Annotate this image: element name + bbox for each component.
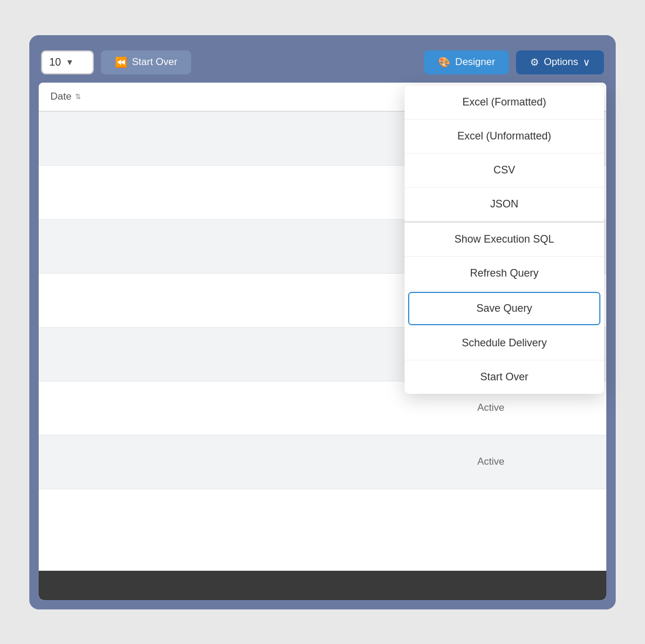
page-size-select[interactable]: 10 ▼ <box>41 50 94 74</box>
designer-label: Designer <box>455 56 495 68</box>
app-container: 10 ▼ ⏪ Start Over 🎨 Designer ⚙ Options ∨… <box>29 35 616 609</box>
row-status-6: Active <box>466 402 595 414</box>
options-dropdown: Excel (Formatted) Excel (Unformatted) CS… <box>405 86 604 394</box>
designer-button[interactable]: 🎨 Designer <box>424 50 509 74</box>
dropdown-item-excel-formatted[interactable]: Excel (Formatted) <box>405 86 604 120</box>
start-over-label: Start Over <box>132 56 177 68</box>
dropdown-item-start-over[interactable]: Start Over <box>405 360 604 394</box>
options-chevron-icon: ∨ <box>583 56 590 69</box>
rewind-icon: ⏪ <box>115 56 127 69</box>
table-row: Active <box>39 435 606 489</box>
options-button[interactable]: ⚙ Options ∨ Excel (Formatted) Excel (Unf… <box>516 50 604 74</box>
page-size-value: 10 <box>49 56 61 69</box>
dropdown-item-json[interactable]: JSON <box>405 188 604 222</box>
column-date: Date ⇅ <box>50 91 466 103</box>
dropdown-item-refresh-query[interactable]: Refresh Query <box>405 257 604 291</box>
gear-icon: ⚙ <box>530 56 539 69</box>
page-size-chevron-icon: ▼ <box>66 57 74 67</box>
palette-icon: 🎨 <box>438 56 450 69</box>
date-sort-icon[interactable]: ⇅ <box>75 93 81 101</box>
column-date-label: Date <box>50 91 72 103</box>
dropdown-item-excel-unformatted[interactable]: Excel (Unformatted) <box>405 120 604 154</box>
dropdown-item-schedule-delivery[interactable]: Schedule Delivery <box>405 326 604 360</box>
start-over-button[interactable]: ⏪ Start Over <box>101 50 191 74</box>
dropdown-item-csv[interactable]: CSV <box>405 154 604 188</box>
toolbar-right: 🎨 Designer ⚙ Options ∨ Excel (Formatted)… <box>424 50 604 74</box>
footer-bar <box>39 571 606 600</box>
options-label: Options <box>544 56 578 68</box>
dropdown-item-save-query[interactable]: Save Query <box>408 292 600 325</box>
toolbar: 10 ▼ ⏪ Start Over 🎨 Designer ⚙ Options ∨… <box>39 45 606 83</box>
row-status-7: Active <box>466 456 595 468</box>
dropdown-item-show-execution-sql[interactable]: Show Execution SQL <box>405 222 604 257</box>
